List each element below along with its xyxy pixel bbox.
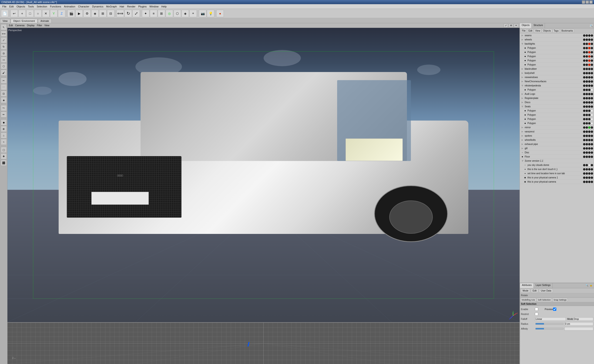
menu-edit[interactable]: Edit <box>8 5 15 8</box>
obj-row-sunlocation[interactable]: ● set time and location here in sun tab <box>520 171 594 176</box>
mode-dropdown[interactable] <box>573 317 593 321</box>
obj-row-camera1[interactable]: ▣ this is your physical camera 1 <box>520 176 594 180</box>
om-file-menu[interactable]: File <box>521 29 527 32</box>
obj-row-sun[interactable]: ● this is the sun don't touch it ;) <box>520 167 594 171</box>
menu-hair[interactable]: Hair <box>118 5 126 8</box>
obj-row-blackrubber[interactable]: ▷ blackrubber <box>520 67 594 71</box>
tool-rect-sel[interactable]: ▭ <box>1 57 7 63</box>
om-bookmarks-menu[interactable]: Bookmarks <box>560 29 574 32</box>
obj-row-seats-poly4[interactable]: ◆ Polygon <box>520 121 594 125</box>
menu-animation[interactable]: Animation <box>63 5 77 8</box>
menu-mograph[interactable]: MoGraph <box>105 5 118 8</box>
edit-render-settings[interactable]: ⚙ <box>83 10 91 17</box>
new-button[interactable]: 📄 <box>1 10 8 17</box>
obj-row-floor[interactable]: ◆ Floor <box>520 155 594 159</box>
menu-window[interactable]: Window <box>148 5 160 8</box>
tb-btn-5[interactable]: ⊞ <box>99 10 107 17</box>
tab-object-environment[interactable]: Object / Environment <box>11 19 37 23</box>
obj-row-wheelbolts[interactable]: ▷ wheelbolts <box>520 138 594 142</box>
obj-row-seats-poly1[interactable]: ◆ Polygon <box>520 109 594 113</box>
vp-settings[interactable]: ⚙ <box>509 23 513 28</box>
viewport-3d[interactable]: Perspective X Y Z <box>7 28 520 322</box>
x-button[interactable]: ✕ <box>42 10 50 17</box>
snap-settings-btn[interactable]: Snap Settings <box>552 298 568 302</box>
tool-select[interactable]: ↖ <box>1 24 7 30</box>
square-button[interactable]: □ <box>26 10 34 17</box>
tb-magnet[interactable]: ◈ <box>182 10 189 17</box>
tb-record[interactable]: ● <box>216 10 224 17</box>
obj-row-exhaust[interactable]: ▷ exhaust pipe <box>520 142 594 146</box>
minimize-button[interactable]: _ <box>582 0 585 4</box>
tool-scale[interactable]: ⤢ <box>1 37 7 43</box>
tool-move[interactable]: ⟺ <box>1 31 7 37</box>
affinity-input[interactable] <box>564 327 594 331</box>
tool-knife[interactable]: ✂ <box>1 78 7 84</box>
window-controls[interactable]: _ □ ✕ <box>582 0 593 4</box>
obj-row-spokes[interactable]: ▷ spokes <box>520 134 594 138</box>
tool-live-sel[interactable]: ◎ <box>1 50 7 56</box>
tool-paint[interactable]: 🖌 <box>1 70 7 76</box>
obj-row-wheels[interactable]: ▷ wheels <box>520 38 594 42</box>
tb-grid[interactable]: ⊞ <box>158 10 165 17</box>
soft-selection-btn[interactable]: Soft Selection <box>537 298 552 302</box>
attr-lock[interactable]: 🔒 <box>590 284 593 288</box>
attr-userdata-btn[interactable]: User Data <box>539 289 553 293</box>
vp-maximize[interactable]: ⤢ <box>504 23 508 28</box>
obj-row-scene-version[interactable]: ▽ Scene version 1.1 <box>520 159 594 163</box>
menu-plugins[interactable]: Plugins <box>137 5 148 8</box>
menu-selection[interactable]: Selection <box>35 5 49 8</box>
menu-tools[interactable]: Tools <box>27 5 35 8</box>
menu-help[interactable]: Help <box>160 5 168 8</box>
y-button[interactable]: Y <box>50 10 57 17</box>
obj-row-seats-poly2[interactable]: ◆ Polygon <box>520 113 594 117</box>
obj-row-discs[interactable]: ▷ Discs <box>520 100 594 104</box>
enable-checkbox[interactable] <box>535 308 538 311</box>
tool-extrude[interactable]: ⊡ <box>1 91 7 97</box>
tb-btn-6[interactable]: ⊟ <box>107 10 115 17</box>
obj-row-camera2[interactable]: ▣ this is your physical camera <box>520 180 594 184</box>
close-button[interactable]: ✕ <box>589 0 593 4</box>
attr-edit-btn[interactable]: Edit <box>531 289 538 293</box>
soft-selection-header[interactable]: Soft Selection <box>520 302 594 306</box>
obj-row-audilogo[interactable]: ▷ Audi Logo <box>520 92 594 96</box>
vp-close[interactable]: ✕ <box>514 23 518 28</box>
tb-camera[interactable]: 📷 <box>199 10 206 17</box>
obj-row-sky[interactable]: ○ you sky clouds dome <box>520 163 594 167</box>
tool-rotate[interactable]: ↻ <box>1 44 7 50</box>
obj-row-gill[interactable]: ▷ gill <box>520 146 594 150</box>
tab-view[interactable]: View <box>0 19 10 23</box>
attr-mode-btn[interactable]: Mode <box>521 289 530 293</box>
tool-tweak[interactable]: ⊕ <box>1 126 7 132</box>
menu-file[interactable]: File <box>1 5 8 8</box>
add-object-button[interactable]: + <box>18 10 26 17</box>
tool-poly-sel[interactable]: ⬡ <box>1 63 7 69</box>
obj-row-polygon-2[interactable]: ◆ Polygon <box>520 50 594 54</box>
obj-row-mirror[interactable]: ▷ mirror <box>520 125 594 130</box>
restrict-checkbox[interactable] <box>535 312 538 316</box>
attr-search[interactable]: 🔍 <box>585 284 589 288</box>
obj-row-backlights[interactable]: ▽ backlights <box>520 42 594 46</box>
obj-mgr-search[interactable]: 🔍 <box>589 24 593 28</box>
tb-btn-4[interactable]: ◈ <box>91 10 99 17</box>
obj-row-polygon-3[interactable]: ◆ Polygon <box>520 54 594 58</box>
om-tags-menu[interactable]: Tags <box>553 29 560 32</box>
rotate-tool[interactable]: ↻ <box>124 10 132 17</box>
obj-row-newchrome[interactable]: ▷ NewChromesurfaces <box>520 79 594 84</box>
tab-animate[interactable]: Animate <box>38 19 52 23</box>
radius-input[interactable] <box>564 322 594 326</box>
menu-functions[interactable]: Functions <box>49 5 63 8</box>
tool-fill[interactable]: ⬛ <box>1 160 7 166</box>
tool-bevel[interactable]: ◈ <box>1 97 7 103</box>
undo-button[interactable]: ↩ <box>10 10 18 17</box>
obj-row-niksteelpedesta[interactable]: ▽ niksteelpedesta <box>520 84 594 88</box>
tb-light[interactable]: 💡 <box>207 10 214 17</box>
tool-pen[interactable]: ✏ <box>1 111 7 117</box>
tool-paint2[interactable]: ▢ <box>1 147 7 153</box>
menu-render[interactable]: Render <box>126 5 137 8</box>
affinity-slider[interactable] <box>535 328 564 330</box>
tool-deform[interactable]: ⌂ <box>1 132 7 138</box>
obj-row-registerplate[interactable]: ▷ Registerplate <box>520 96 594 100</box>
circle-button[interactable]: ○ <box>34 10 42 17</box>
menu-dynamics[interactable]: Dynamics <box>91 5 105 8</box>
tb-circle2[interactable]: ◎ <box>166 10 173 17</box>
